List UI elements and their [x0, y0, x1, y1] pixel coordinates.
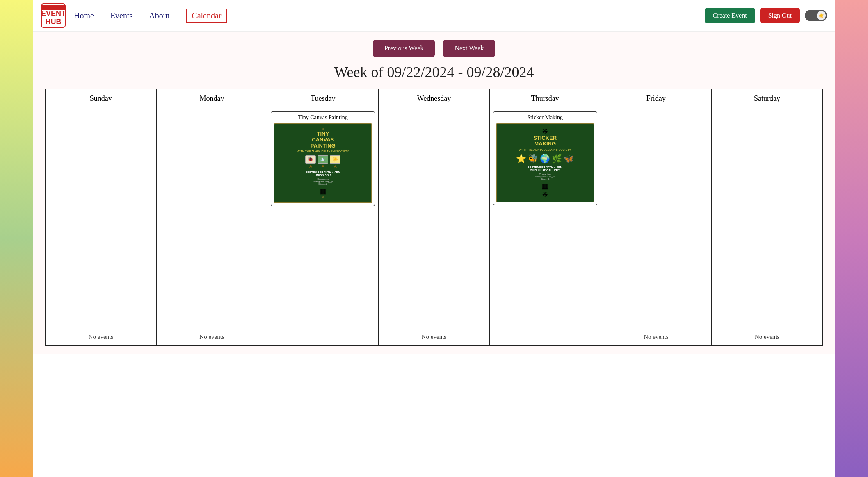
poster-qr-canvas: ▦ [278, 186, 368, 195]
poster-sticker-corner-tl: ❋ [500, 127, 590, 135]
poster-sticker-line2: MAKING [500, 141, 590, 147]
nav-right: Create Event Sign Out ☀️ [705, 8, 827, 23]
nav-link-events[interactable]: Events [110, 11, 132, 20]
sticker-globe: 🌍 [540, 154, 550, 164]
event-card-tiny-canvas[interactable]: Tiny Canvas Painting ❋ TINY CANVAS PAINT… [271, 111, 375, 206]
col-sunday: Sunday [46, 89, 157, 108]
next-week-button[interactable]: Next Week [443, 40, 495, 57]
col-thursday: Thursday [489, 89, 601, 108]
col-wednesday: Wednesday [379, 89, 490, 108]
sign-out-button[interactable]: Sign Out [760, 8, 800, 23]
week-title: Week of 09/22/2024 - 09/28/2024 [45, 64, 823, 81]
nav-item-events[interactable]: Events [110, 11, 132, 20]
no-events-sunday: No events [46, 334, 156, 341]
canvas-3: ☀️ [330, 155, 340, 164]
col-friday: Friday [601, 89, 712, 108]
poster-sticker-subtitle: WITH THE ALPHA DELTA PHI SOCIETY [500, 148, 590, 151]
poster-sticker-line1: STICKER [500, 135, 590, 141]
poster-sticker-corner-br: ❋ [500, 191, 590, 198]
sticker-plant: 🌿 [552, 154, 562, 164]
easel-legs-3: 𝖠 [334, 164, 337, 168]
event-card-sticker-making[interactable]: Sticker Making ❋ STICKER MAKING WITH THE… [493, 111, 597, 205]
poster-sticker-contact: Contact usInstagram: adp_rpDiscord: [500, 173, 590, 180]
canvas-1: 🐞 [305, 155, 316, 164]
nav-link-calendar[interactable]: Calendar [186, 9, 227, 23]
week-navigation: Previous Week Next Week [45, 40, 823, 57]
nav-item-about[interactable]: About [149, 11, 169, 20]
toggle-knob: ☀️ [817, 11, 826, 20]
create-event-button[interactable]: Create Event [705, 8, 755, 23]
easel-2: 🏔️ 𝖠 [318, 155, 328, 168]
sticker-butterfly: 🦋 [564, 154, 574, 164]
no-events-friday: No events [601, 334, 712, 341]
poster-details-canvas: SEPTEMBER 24TH 4-6PMUNION 3202 [278, 171, 368, 177]
col-saturday: Saturday [712, 89, 823, 108]
cell-saturday: No events [712, 108, 823, 346]
paintings-row: 🐞 𝖠 🏔️ 𝖠 ☀️ 𝖠 [278, 155, 368, 168]
nav-item-calendar[interactable]: Calendar [186, 11, 227, 20]
stickers-row: ⭐ 🐝 🌍 🌿 🦋 [500, 154, 590, 164]
nav-links: Home Events About Calendar [74, 11, 705, 20]
cell-thursday: Sticker Making ❋ STICKER MAKING WITH THE… [489, 108, 601, 346]
no-events-wednesday: No events [379, 334, 489, 341]
sticker-star: ⭐ [516, 154, 526, 164]
poster-corner-br: ❋ [278, 195, 368, 199]
poster-tiny-canvas: ❋ TINY CANVAS PAINTING WITH THE ALHPA DE… [274, 123, 372, 203]
theme-toggle[interactable]: ☀️ [805, 10, 827, 21]
logo[interactable]: EVENTHUB [41, 3, 66, 28]
canvas-2: 🏔️ [318, 155, 328, 164]
cell-tuesday: Tiny Canvas Painting ❋ TINY CANVAS PAINT… [267, 108, 379, 346]
poster-subtitle-canvas: WITH THE ALHPA DELTA PHI SOCIETY [278, 150, 368, 153]
no-events-monday: No events [157, 334, 267, 341]
no-events-saturday: No events [712, 334, 822, 341]
col-tuesday: Tuesday [267, 89, 379, 108]
sticker-bee: 🐝 [528, 154, 538, 164]
calendar-container: Previous Week Next Week Week of 09/22/20… [33, 32, 835, 354]
calendar-grid: Sunday Monday Tuesday Wednesday Thursday… [45, 89, 823, 346]
col-monday: Monday [156, 89, 267, 108]
poster-line3-canvas: PAINTING [278, 143, 368, 149]
event-title-sticker: Sticker Making [496, 114, 594, 121]
poster-contact-canvas: Contact usInstagram: adp_rpDiscord: [278, 178, 368, 185]
navigation: EVENTHUB Home Events About Calendar Crea… [33, 0, 835, 32]
cell-wednesday: No events [379, 108, 490, 346]
previous-week-button[interactable]: Previous Week [373, 40, 435, 57]
easel-legs-1: 𝖠 [309, 164, 312, 168]
poster-sticker-details: SEPTEMBER 26TH 4-6PMSHELLNUT GALLERY [500, 166, 590, 172]
easel-legs-2: 𝖠 [322, 164, 324, 168]
poster-line1-canvas: TINY [278, 131, 368, 137]
easel-1: 🐞 𝖠 [305, 155, 316, 168]
cell-monday: No events [156, 108, 267, 346]
poster-line2-canvas: CANVAS [278, 137, 368, 143]
cell-friday: No events [601, 108, 712, 346]
poster-sticker-making: ❋ STICKER MAKING WITH THE ALPHA DELTA PH… [496, 123, 594, 202]
logo-text: EVENTHUB [41, 10, 66, 26]
nav-item-home[interactable]: Home [74, 11, 94, 20]
nav-link-about[interactable]: About [149, 11, 169, 20]
event-title-tiny-canvas: Tiny Canvas Painting [274, 114, 372, 121]
easel-3: ☀️ 𝖠 [330, 155, 340, 168]
nav-link-home[interactable]: Home [74, 11, 94, 20]
cell-sunday: No events [46, 108, 157, 346]
poster-sticker-qr: ▦ [500, 182, 590, 191]
